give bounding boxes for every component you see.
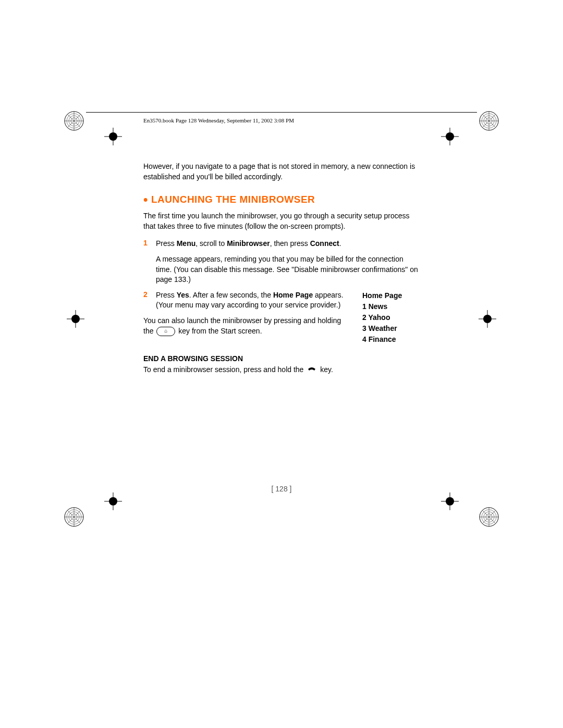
crosshair-mark-icon [104, 128, 122, 145]
crosshair-mark-icon [441, 128, 459, 145]
crosshair-mark-icon [104, 492, 122, 510]
step-body: Press Menu, scroll to Minibrowser, then … [156, 239, 420, 249]
crosshair-mark-icon [67, 310, 84, 328]
end-call-key-icon [307, 365, 316, 375]
menu-item: 4 Finance [362, 334, 420, 345]
registration-mark-icon [62, 108, 87, 133]
page-content: However, if you navigate to a page that … [143, 162, 420, 382]
step-number: 2 [143, 290, 156, 311]
section-heading: •LAUNCHING THE MINIBROWSER [143, 192, 420, 207]
menu-item: 2 Yahoo [362, 312, 420, 323]
home-key-icon: ⌂ [156, 327, 175, 336]
step-2: 2 Press Yes. After a few seconds, the Ho… [143, 290, 352, 311]
page-number: [ 128 ] [0, 485, 563, 493]
step-number: 1 [143, 239, 156, 249]
header-rule [86, 112, 477, 113]
running-header: En3570.book Page 128 Wednesday, Septembe… [143, 117, 294, 124]
document-page: En3570.book Page 128 Wednesday, Septembe… [0, 0, 563, 728]
crosshair-mark-icon [479, 310, 496, 328]
bullet-icon: • [143, 192, 148, 206]
registration-mark-icon [476, 504, 501, 529]
step-2-left: 2 Press Yes. After a few seconds, the Ho… [143, 290, 352, 345]
step-body: Press Yes. After a few seconds, the Home… [156, 290, 352, 311]
section-intro: The first time you launch the minibrowse… [143, 211, 420, 231]
sub-heading: END A BROWSING SESSION [143, 354, 420, 363]
also-launch-text: You can also launch the minibrowser by p… [143, 316, 352, 336]
menu-item: 3 Weather [362, 323, 420, 334]
step-2-row: 2 Press Yes. After a few seconds, the Ho… [143, 290, 420, 345]
home-page-menu: Home Page 1 News 2 Yahoo 3 Weather 4 Fin… [362, 290, 420, 345]
intro-paragraph: However, if you navigate to a page that … [143, 162, 420, 182]
crosshair-mark-icon [441, 492, 459, 510]
menu-title: Home Page [362, 290, 420, 301]
registration-mark-icon [62, 504, 87, 529]
step-1: 1 Press Menu, scroll to Minibrowser, the… [143, 239, 420, 249]
end-session-text: To end a minibrowser session, press and … [143, 365, 420, 375]
section-title-text: LAUNCHING THE MINIBROWSER [151, 194, 315, 205]
step-1-sub: A message appears, reminding you that yo… [156, 254, 420, 285]
registration-mark-icon [476, 108, 501, 133]
menu-item: 1 News [362, 301, 420, 312]
